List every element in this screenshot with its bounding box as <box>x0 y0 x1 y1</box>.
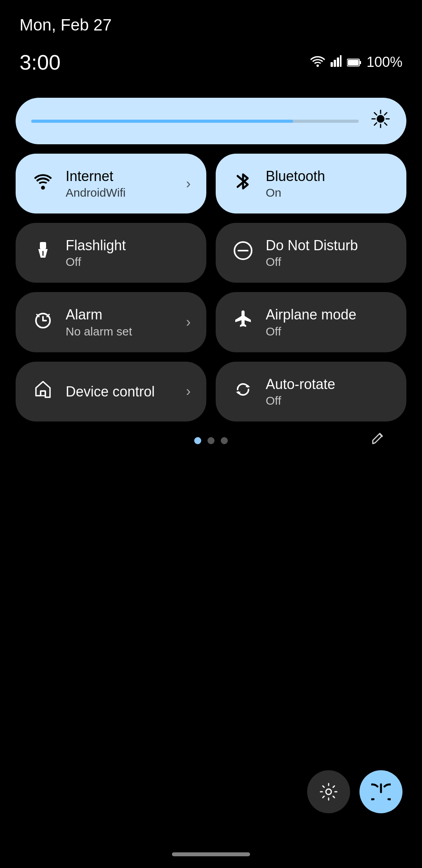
brightness-icon <box>370 109 391 133</box>
wifi-icon <box>310 54 325 70</box>
airplane-tile-subtitle: Off <box>266 325 391 338</box>
autorotate-tile-icon <box>231 379 255 404</box>
autorotate-tile-text: Auto-rotate Off <box>266 376 391 407</box>
tile-bluetooth[interactable]: Bluetooth On <box>216 154 406 213</box>
svg-rect-3 <box>337 57 339 67</box>
alarm-tile-title: Alarm <box>66 306 175 323</box>
tile-airplane[interactable]: Airplane mode Off <box>216 292 406 352</box>
alarm-tile-icon <box>31 310 55 334</box>
svg-rect-6 <box>348 60 359 65</box>
status-bar: Mon, Feb 27 <box>0 0 422 42</box>
bottom-buttons <box>307 770 402 813</box>
flashlight-tile-title: Flashlight <box>66 237 191 254</box>
home-indicator <box>172 852 250 856</box>
bluetooth-tile-icon <box>231 171 255 196</box>
page-dot-3 <box>221 437 228 444</box>
tile-device-control[interactable]: Device control › <box>16 362 206 421</box>
internet-tile-subtitle: AndroidWifi <box>66 186 175 199</box>
edit-button[interactable] <box>370 430 387 451</box>
status-icons: 100% <box>310 54 402 70</box>
quick-settings-panel: Internet AndroidWifi › Bluetooth On <box>0 90 422 468</box>
airplane-tile-title: Airplane mode <box>266 306 391 323</box>
svg-point-17 <box>41 186 45 190</box>
bluetooth-tile-title: Bluetooth <box>266 168 391 185</box>
alarm-tile-subtitle: No alarm set <box>66 325 175 338</box>
battery-icon <box>347 54 361 70</box>
svg-rect-27 <box>41 391 45 396</box>
flashlight-tile-text: Flashlight Off <box>66 237 191 269</box>
bluetooth-tile-subtitle: On <box>266 186 391 199</box>
svg-rect-4 <box>340 55 342 67</box>
wifi-tile-icon <box>31 173 55 194</box>
flashlight-tile-icon <box>31 240 55 265</box>
status-date: Mon, Feb 27 <box>20 16 112 34</box>
dnd-tile-text: Do Not Disturb Off <box>266 237 391 269</box>
home-tile-icon <box>31 379 55 404</box>
device-control-tile-text: Device control <box>66 383 175 400</box>
tile-grid: Internet AndroidWifi › Bluetooth On <box>16 154 406 421</box>
svg-point-0 <box>316 65 319 67</box>
bluetooth-tile-text: Bluetooth On <box>266 168 391 199</box>
svg-rect-7 <box>359 61 361 64</box>
svg-rect-1 <box>331 62 333 67</box>
status-time: 3:00 <box>20 50 61 74</box>
tile-alarm[interactable]: Alarm No alarm set › <box>16 292 206 352</box>
svg-line-16 <box>374 123 377 125</box>
airplane-tile-text: Airplane mode Off <box>266 306 391 338</box>
internet-arrow-icon: › <box>186 176 191 192</box>
internet-tile-text: Internet AndroidWifi <box>66 168 175 199</box>
brightness-slider[interactable] <box>16 98 406 144</box>
tile-autorotate[interactable]: Auto-rotate Off <box>216 362 406 421</box>
flashlight-tile-subtitle: Off <box>66 255 191 269</box>
time-row: 3:00 10 <box>0 42 422 90</box>
page-dot-2 <box>207 437 215 444</box>
internet-tile-title: Internet <box>66 168 175 185</box>
alarm-tile-text: Alarm No alarm set <box>66 306 175 338</box>
autorotate-tile-title: Auto-rotate <box>266 376 391 393</box>
svg-line-15 <box>384 113 387 115</box>
power-button[interactable] <box>359 770 402 813</box>
dnd-tile-title: Do Not Disturb <box>266 237 391 254</box>
slider-fill <box>31 120 293 123</box>
device-control-arrow-icon: › <box>186 383 191 400</box>
battery-text: 100% <box>367 54 402 70</box>
dnd-tile-icon <box>231 240 255 265</box>
dnd-tile-subtitle: Off <box>266 255 391 269</box>
svg-rect-18 <box>40 242 46 249</box>
signal-icon <box>331 54 342 70</box>
slider-track <box>31 120 359 123</box>
autorotate-tile-subtitle: Off <box>266 394 391 407</box>
svg-point-8 <box>377 115 384 123</box>
alarm-arrow-icon: › <box>186 314 191 330</box>
svg-rect-2 <box>334 60 336 67</box>
page-dot-1 <box>194 437 201 444</box>
svg-line-13 <box>374 113 377 115</box>
svg-point-30 <box>326 789 331 794</box>
tile-internet[interactable]: Internet AndroidWifi › <box>16 154 206 213</box>
settings-button[interactable] <box>307 770 350 813</box>
device-control-tile-title: Device control <box>66 383 175 400</box>
tile-dnd[interactable]: Do Not Disturb Off <box>216 223 406 283</box>
svg-line-14 <box>384 123 387 125</box>
airplane-tile-icon <box>231 310 255 334</box>
tile-flashlight[interactable]: Flashlight Off <box>16 223 206 283</box>
page-indicators <box>16 437 406 444</box>
